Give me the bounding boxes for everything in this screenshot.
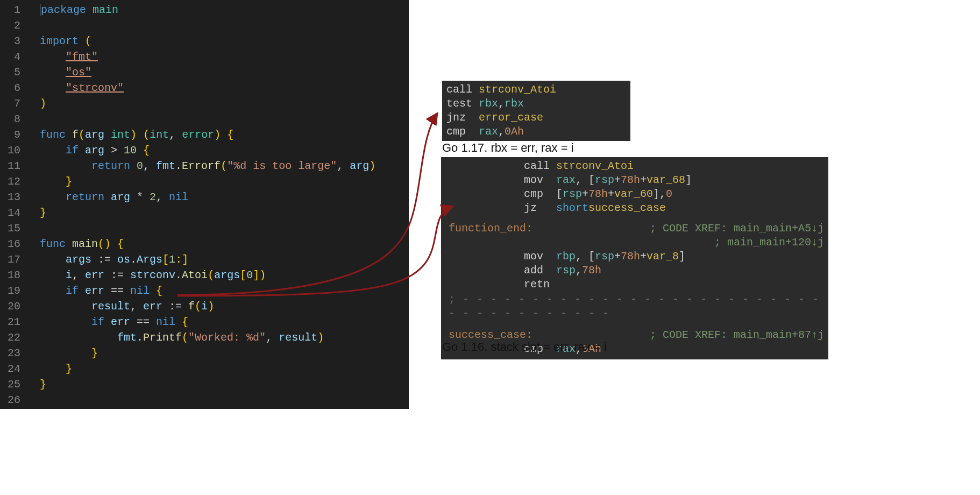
caption-go116: Go 1.16. stack slot = err, rax = i [442,340,607,354]
line-number: 11 [0,158,28,174]
code-line[interactable]: fmt.Printf("Worked: %d", result) [40,330,409,345]
code-line[interactable]: "fmt" [40,49,409,65]
line-number: 21 [0,314,28,330]
code-line[interactable]: func f(arg int) (int, error) { [40,127,409,143]
asm-line: test rbx, rbx [446,97,626,111]
asm-line: cmp [rsp+78h+var_60], 0 [449,187,824,201]
line-number: 17 [0,252,28,267]
caption-go117: Go 1.17. rbx = err, rax = i [442,141,574,155]
asm-line: jz short success_case [449,201,824,215]
source-editor[interactable]: 1234567891011121314151617181920212223242… [0,0,409,409]
code-line[interactable]: if err == nil { [40,314,409,330]
code-line[interactable]: } [40,174,409,189]
code-line[interactable]: i, err := strconv.Atoi(args[0]) [40,267,409,283]
line-number: 9 [0,127,28,143]
code-line[interactable]: func main() { [40,236,409,252]
code-area[interactable]: package mainimport ( "fmt" "os" "strconv… [28,0,409,409]
asm-line: add rsp, 78h [449,264,824,278]
code-line[interactable]: } [40,377,409,392]
code-line[interactable]: } [40,361,409,377]
line-number: 7 [0,96,28,111]
line-number: 1 [0,2,28,18]
code-line[interactable]: "strconv" [40,80,409,96]
line-number: 20 [0,299,28,314]
line-number: 14 [0,205,28,221]
code-line[interactable] [40,392,409,408]
line-number: 18 [0,267,28,283]
line-number: 24 [0,361,28,377]
code-line[interactable]: } [40,205,409,221]
line-number: 15 [0,221,28,236]
line-number: 10 [0,143,28,158]
line-number: 26 [0,392,28,408]
asm-line: jnz error_case [446,111,626,125]
asm-line: call strconv_Atoi [446,83,626,97]
line-number: 12 [0,174,28,189]
line-number: 25 [0,377,28,392]
line-number-gutter: 1234567891011121314151617181920212223242… [0,0,28,409]
line-number: 19 [0,283,28,299]
asm-separator: ; - - - - - - - - - - - - - - - - - - - … [449,293,824,321]
line-number: 13 [0,189,28,205]
line-number: 22 [0,330,28,345]
code-line[interactable] [40,221,409,236]
line-number: 23 [0,345,28,361]
line-number: 16 [0,236,28,252]
line-number: 2 [0,18,28,33]
code-line[interactable]: if err == nil { [40,283,409,299]
code-line[interactable]: result, err := f(i) [40,299,409,314]
line-number: 8 [0,111,28,127]
code-line[interactable]: return arg * 2, nil [40,189,409,205]
code-line[interactable]: args := os.Args[1:] [40,252,409,267]
assembly-panel-go117: call strconv_Atoitest rbx, rbxjnz error_… [442,81,630,141]
asm-line: mov rbp, [rsp+78h+var_8] [449,250,824,264]
line-number: 6 [0,80,28,96]
asm-line: retn [449,278,824,292]
code-line[interactable] [40,18,409,33]
code-line[interactable]: if arg > 10 { [40,143,409,158]
asm-label-line: function_end:; CODE XREF: main_main+A5↓j [449,222,824,236]
code-line[interactable]: return 0, fmt.Errorf("%d is too large", … [40,158,409,174]
code-line[interactable]: } [40,345,409,361]
code-line[interactable] [40,111,409,127]
asm-line: cmp rax, 0Ah [446,125,626,139]
assembly-panel-go116: call strconv_Atoimov rax, [rsp+78h+var_6… [441,157,828,359]
code-line[interactable]: import ( [40,33,409,49]
line-number: 4 [0,49,28,65]
code-line[interactable]: package main [40,2,409,18]
line-number: 3 [0,33,28,49]
code-line[interactable]: ) [40,96,409,111]
code-line[interactable]: "os" [40,65,409,80]
asm-line: call strconv_Atoi [449,159,824,173]
line-number: 5 [0,65,28,80]
asm-line: mov rax, [rsp+78h+var_68] [449,173,824,187]
